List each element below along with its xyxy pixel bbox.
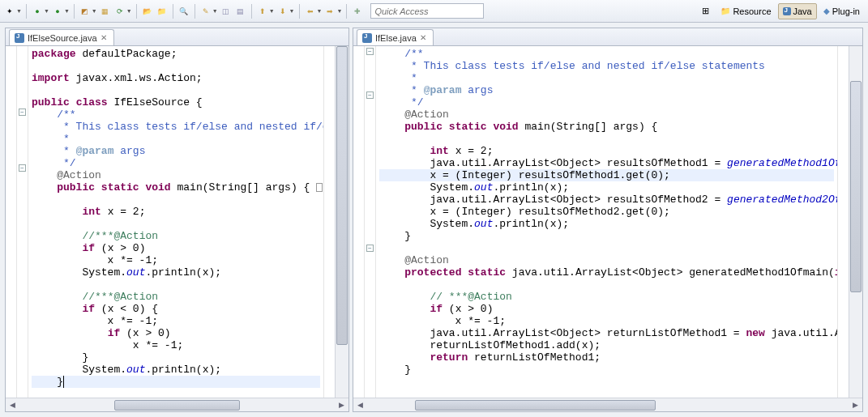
vertical-scrollbar[interactable] xyxy=(335,46,348,398)
editor-area: IfElseSource.java✕ −− package defaultPac… xyxy=(0,23,868,417)
open-type-icon[interactable]: 📂 xyxy=(141,5,154,18)
debug-icon[interactable]: ● xyxy=(51,5,64,18)
fold-toggle[interactable]: − xyxy=(19,164,26,172)
right-editor-body[interactable]: −−− /** * This class tests if/else and n… xyxy=(353,46,862,398)
open-perspective-button[interactable]: ⊞ xyxy=(697,3,714,19)
pin-icon[interactable]: ✚ xyxy=(351,5,364,18)
horizontal-scrollbar[interactable]: ◀▶ xyxy=(6,398,348,411)
java-file-icon xyxy=(362,33,372,43)
forward-icon[interactable]: ➡ xyxy=(323,5,336,18)
horizontal-scrollbar[interactable]: ◀▶ xyxy=(353,398,862,411)
right-editor-pane: IfElse.java✕ −−− /** * This class tests … xyxy=(353,28,863,412)
outline-icon[interactable]: ▤ xyxy=(234,5,247,18)
left-editor-body[interactable]: −− package defaultPackage; import javax.… xyxy=(6,46,348,398)
left-editor-pane: IfElseSource.java✕ −− package defaultPac… xyxy=(5,28,349,412)
plugin-perspective-button[interactable]: ◆Plug-in xyxy=(819,3,865,19)
fold-toggle[interactable]: − xyxy=(366,91,374,99)
search-icon[interactable]: 🔍 xyxy=(177,5,190,18)
perspective-switcher: ⊞ 📁Resource Java ◆Plug-in xyxy=(697,3,865,19)
resource-perspective-button[interactable]: 📁Resource xyxy=(716,3,776,19)
quick-access-input[interactable] xyxy=(370,3,484,19)
refresh-icon[interactable]: ⟳ xyxy=(113,5,126,18)
close-icon[interactable]: ✕ xyxy=(420,33,426,42)
fold-toggle[interactable]: − xyxy=(366,245,374,252)
run-icon[interactable]: ● xyxy=(31,5,44,18)
java-perspective-button[interactable]: Java xyxy=(778,3,817,19)
back-icon[interactable]: ⬅ xyxy=(304,5,317,18)
fold-toggle[interactable]: − xyxy=(366,48,374,55)
close-icon[interactable]: ✕ xyxy=(100,33,107,42)
next-annotation-icon[interactable]: ⬇ xyxy=(276,5,289,18)
highlight-icon[interactable]: ✎ xyxy=(199,5,212,18)
tab-label: IfElseSource.java xyxy=(28,33,97,43)
new-class-icon[interactable]: ◩ xyxy=(79,5,92,18)
main-toolbar: ✦▼ ●▼ ●▼ ◩▼ ▦ ⟳▼ 📂 📁 🔍 ✎▼ ◫ ▤ ⬆▼ ⬇▼ ⬅▼ ➡… xyxy=(0,0,868,23)
tab-label: IfElse.java xyxy=(375,33,417,43)
new-package-icon[interactable]: ▦ xyxy=(99,5,112,18)
vertical-scrollbar[interactable] xyxy=(849,46,862,398)
new-wizard-icon[interactable]: ✦ xyxy=(3,5,16,18)
dropdown-marker[interactable]: ▼ xyxy=(16,8,22,14)
java-file-icon xyxy=(15,33,24,43)
open-task-icon[interactable]: 📁 xyxy=(156,5,169,18)
fold-toggle[interactable]: − xyxy=(19,109,26,116)
prev-annotation-icon[interactable]: ⬆ xyxy=(256,5,269,18)
toggle-mark-icon[interactable]: ◫ xyxy=(220,5,233,18)
editor-tab-left[interactable]: IfElseSource.java✕ xyxy=(9,29,114,45)
editor-tab-right[interactable]: IfElse.java✕ xyxy=(357,29,434,45)
